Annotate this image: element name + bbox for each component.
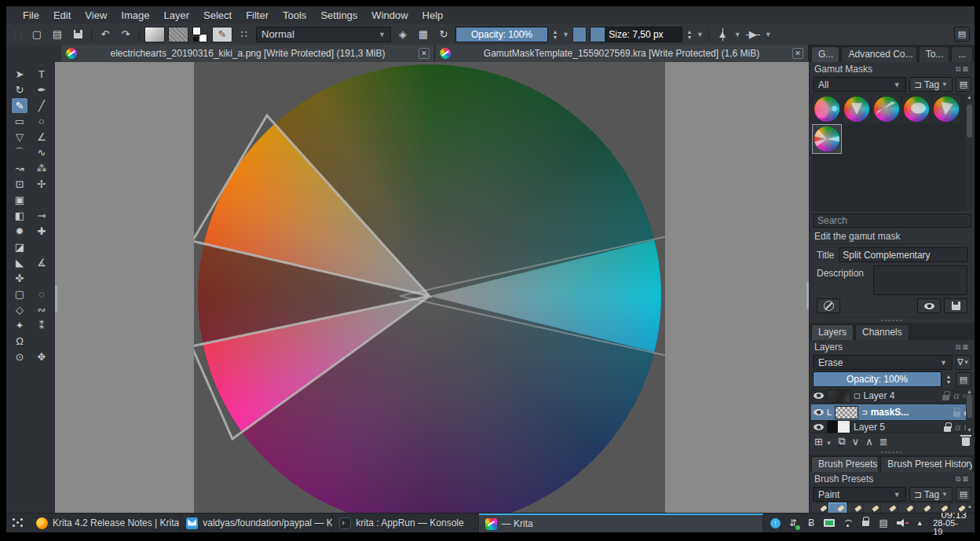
document-view[interactable] xyxy=(194,62,665,513)
close-docker-icon[interactable]: ⊠ xyxy=(962,475,970,483)
text-tool[interactable]: T xyxy=(34,67,49,82)
freehand-path-tool[interactable]: ∿ xyxy=(34,145,49,160)
redo-icon[interactable]: ↷ xyxy=(117,27,134,42)
reference-images-tool[interactable]: ✜ xyxy=(12,271,27,286)
scroll-up-icon[interactable]: ▲ xyxy=(966,94,973,100)
brush-preset-5[interactable] xyxy=(881,503,898,513)
reload-preset-icon[interactable]: ↻ xyxy=(435,27,452,42)
fg-bg-colors[interactable] xyxy=(192,26,209,43)
lock-icon[interactable] xyxy=(953,411,960,417)
layer-opacity-slider[interactable]: Opacity: 100% xyxy=(813,371,942,387)
tab-tools[interactable]: To... xyxy=(919,46,950,62)
clock-widget[interactable]: 09:13 28-05-19 xyxy=(931,514,975,532)
brush-preset-6[interactable] xyxy=(898,503,915,513)
brush-preset-2[interactable] xyxy=(829,503,846,513)
layer-options-button[interactable]: ▤ xyxy=(956,372,971,387)
freehand-brush-tool[interactable]: ✎ xyxy=(12,98,27,113)
scroll-up-icon[interactable]: ▲ xyxy=(966,389,973,394)
blending-mode-dropdown[interactable]: Normal ▼ xyxy=(256,27,391,42)
menu-item-file[interactable]: File xyxy=(16,9,46,21)
dynamic-brush-tool[interactable]: ↝ xyxy=(12,161,27,176)
add-layer-button[interactable]: ⊞ ▼ xyxy=(814,436,832,448)
docker-splitter[interactable]: •••••• xyxy=(810,317,975,323)
gamut-mask-dominant-accent[interactable] xyxy=(813,95,841,123)
gamut-mask-triangle[interactable] xyxy=(843,95,871,123)
transform-tool[interactable]: ⊡ xyxy=(12,177,27,192)
delete-layer-button[interactable] xyxy=(962,437,970,446)
multibrush-tool[interactable]: ⁂ xyxy=(34,161,49,176)
app-launcher-button[interactable] xyxy=(6,514,30,532)
lock-icon[interactable] xyxy=(860,521,871,526)
tag-button[interactable]: ⊐ Tag ▼ xyxy=(909,77,953,92)
brush-preset-9[interactable] xyxy=(950,503,967,513)
alpha-lock-icon[interactable]: α xyxy=(953,390,959,401)
size-slider[interactable]: Size: 7,50 px xyxy=(590,27,682,42)
freehand-select-tool[interactable]: ∾ xyxy=(34,302,49,317)
canvas-scrollbar-left[interactable] xyxy=(55,286,57,313)
canvas-area[interactable] xyxy=(55,62,809,513)
display-config-button[interactable]: ▤ xyxy=(956,77,971,92)
preserve-alpha-icon[interactable]: ▦ xyxy=(415,27,432,42)
close-icon[interactable]: ✕ xyxy=(419,48,430,59)
fill-tool[interactable]: ◪ xyxy=(12,239,27,254)
mask-filter-dropdown[interactable]: All ▼ xyxy=(813,77,906,92)
menu-item-layer[interactable]: Layer xyxy=(156,9,196,21)
move-tool[interactable]: ✢ xyxy=(34,177,49,192)
lock-icon[interactable] xyxy=(942,395,949,400)
volume-icon[interactable] xyxy=(896,519,907,527)
measure-tool[interactable]: ∡ xyxy=(34,255,49,270)
smart-patch-tool[interactable]: ✚ xyxy=(34,224,49,239)
mask-description-input[interactable] xyxy=(873,265,967,295)
colorize-mask-tool[interactable]: ✹ xyxy=(12,224,27,239)
open-document-icon[interactable]: ▤ xyxy=(49,27,66,42)
rectangle-tool[interactable]: ▭ xyxy=(12,114,27,129)
alpha-lock-icon[interactable]: α xyxy=(954,422,960,433)
bezier-curve-tool[interactable]: ⌒ xyxy=(12,145,27,160)
menu-item-image[interactable]: Image xyxy=(114,9,156,21)
mirror-horizontal-icon[interactable]: ▲ xyxy=(714,27,731,42)
clipboard-icon[interactable]: ▤ xyxy=(878,517,889,528)
chevron-down-icon[interactable]: ▼ xyxy=(562,31,569,38)
canvas-scrollbar-right[interactable] xyxy=(806,282,809,309)
workspace-chooser-button[interactable]: ▤ xyxy=(954,27,970,42)
ellipse-select-tool[interactable]: ◌ xyxy=(34,287,49,302)
brush-editor-button[interactable]: ✎ xyxy=(212,27,232,42)
layer-name[interactable]: Layer 5 xyxy=(854,422,941,433)
wifi-icon[interactable] xyxy=(842,520,853,527)
brush-display-config-button[interactable]: ▤ xyxy=(956,487,971,502)
duplicate-layer-button[interactable]: ⧉ xyxy=(838,435,845,448)
brush-preset-8[interactable] xyxy=(933,503,949,513)
menu-item-settings[interactable]: Settings xyxy=(313,9,364,21)
menu-item-window[interactable]: Window xyxy=(364,9,415,21)
brush-preset-7[interactable] xyxy=(916,503,932,513)
brush-preset-1[interactable] xyxy=(812,503,828,513)
pointer-tool[interactable]: ➤ xyxy=(12,67,27,82)
calligraphy-tool[interactable]: ✒ xyxy=(34,82,49,97)
menu-item-view[interactable]: View xyxy=(78,9,114,21)
close-icon[interactable]: ✕ xyxy=(792,48,803,59)
gamut-mask-triangle-2[interactable] xyxy=(932,95,960,123)
magic-wand-select-tool[interactable]: ✦ xyxy=(12,318,27,333)
polyline-tool[interactable]: ∠ xyxy=(34,130,49,144)
layer-thumbnail[interactable] xyxy=(835,406,858,419)
similar-select-tool[interactable]: ⁑ xyxy=(34,318,49,333)
task-firefox[interactable]: Krita 4.2 Release Notes | Krita - ... xyxy=(30,514,180,532)
menu-item-tools[interactable]: Tools xyxy=(276,9,313,21)
gamut-mask-sliver[interactable] xyxy=(872,95,901,123)
brush-preset-grid-icon[interactable]: ∷ xyxy=(236,27,253,42)
crop-tool[interactable]: ▣ xyxy=(12,192,27,207)
move-layer-down-button[interactable]: ∨ xyxy=(852,436,860,448)
gradient-chooser[interactable] xyxy=(144,27,165,42)
brush-tag-button[interactable]: ⊐ Tag ▼ xyxy=(909,487,953,502)
tab-brush-preset-history[interactable]: Brush Preset History xyxy=(880,456,973,472)
polygon-select-tool[interactable]: ◇ xyxy=(12,302,27,317)
layer-visibility-icon[interactable] xyxy=(814,393,824,399)
doc-tab-gamutmask[interactable]: GamutMaskTemplate_1559027569.kra [Write … xyxy=(435,45,809,62)
layer-name[interactable]: Layer 4 xyxy=(864,390,940,401)
brush-filter-dropdown[interactable]: Paint ▼ xyxy=(813,487,906,502)
gamut-mask-dot-ellipse[interactable] xyxy=(902,95,931,123)
edit-shapes-tool[interactable]: ↻ xyxy=(12,82,27,97)
rect-select-tool[interactable]: ▢ xyxy=(12,287,27,302)
save-mask-button[interactable] xyxy=(944,298,967,313)
move-layer-up-button[interactable]: ∧ xyxy=(865,436,873,448)
